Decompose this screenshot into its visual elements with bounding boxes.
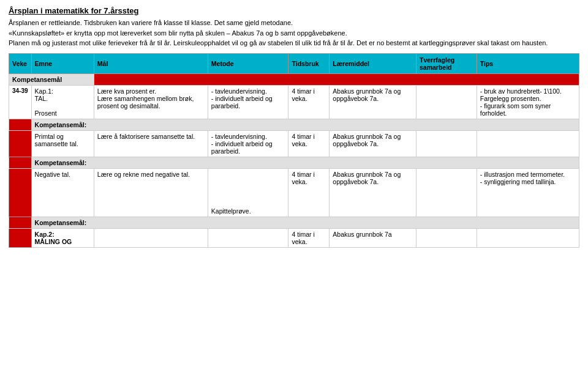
kompetanse-row-4: Kompetansemål: bbox=[9, 217, 579, 228]
page-container: Årsplan i matematikk for 7.årssteg Årspl… bbox=[0, 0, 588, 254]
table-row-1: 34-39 Kap.1: TAL. Prosent Lære kva prose… bbox=[9, 85, 579, 119]
kompetanse-row-3: Kompetansemål: bbox=[9, 157, 579, 168]
metode-cell-2: - tavleundervisning. - individuelt arbei… bbox=[208, 130, 288, 157]
main-table: Veke Emne Mål Metode Tidsbruk Læremiddel… bbox=[9, 53, 579, 248]
metode-cell-4 bbox=[208, 228, 288, 247]
laremiddel-cell-3: Abakus grunnbok 7a og oppgåvebok 7a. bbox=[330, 168, 417, 217]
tverrfagleg-cell-1 bbox=[416, 85, 477, 119]
tips-cell-2 bbox=[477, 130, 579, 157]
maal-cell-3: Lære og rekne med negative tal. bbox=[94, 168, 208, 217]
kapittelpove-label: Kapittelprøve. bbox=[211, 207, 251, 215]
red-bar-2 bbox=[9, 119, 32, 130]
header-tverrfagleg: Tverrfagleg samarbeid bbox=[416, 53, 477, 73]
header-veke: Veke bbox=[9, 53, 32, 73]
kompetanse-bar-1 bbox=[94, 73, 579, 85]
kompetanse-row-2: Kompetansemål: bbox=[9, 119, 579, 130]
table-row-3: Negative tal. Lære og rekne med negative… bbox=[9, 168, 579, 217]
emne-cell-4: Kap.2: MÅLING OG bbox=[31, 228, 94, 247]
table-header-row: Veke Emne Mål Metode Tidsbruk Læremiddel… bbox=[9, 53, 579, 73]
emne-cell-3: Negative tal. bbox=[31, 168, 94, 217]
header-metode: Metode bbox=[208, 53, 288, 73]
kompetanse-label-4: Kompetansemål: bbox=[31, 217, 579, 228]
table-row-4: Kap.2: MÅLING OG 4 timar i veka. Abakus … bbox=[9, 228, 579, 247]
tverrfagleg-cell-2 bbox=[416, 130, 477, 157]
tips-cell-4 bbox=[477, 228, 579, 247]
header-maal: Mål bbox=[94, 53, 208, 73]
header-tips: Tips bbox=[477, 53, 579, 73]
emne-cell-2: Primtal og samansette tal. bbox=[31, 130, 94, 157]
maal-cell-1: Lære kva prosent er. Lære samanhengen me… bbox=[94, 85, 208, 119]
laremiddel-cell-2: Abakus grunnbok 7a og oppgåvebok 7a. bbox=[330, 130, 417, 157]
table-row-2: Primtal og samansette tal. Lære å faktor… bbox=[9, 130, 579, 157]
tips-cell-3: - illustrasjon med termometer. - synligg… bbox=[477, 168, 579, 217]
intro-line-3: Planen må og justerast mot ulike ferieve… bbox=[9, 39, 548, 46]
kompetanse-label-2: Kompetansemål: bbox=[31, 119, 579, 130]
laremiddel-cell-1: Abakus grunnbok 7a og oppgåvebok 7a. bbox=[330, 85, 417, 119]
red-bar-row-3 bbox=[9, 168, 32, 217]
kompetanse-row-1: Kompetansemål bbox=[9, 73, 579, 85]
header-tidsbruk: Tidsbruk bbox=[288, 53, 330, 73]
tidsbruk-cell-2: 4 timar i veka. bbox=[288, 130, 330, 157]
intro-text: Årsplanen er rettleiande. Tidsbruken kan… bbox=[9, 18, 579, 48]
tverrfagleg-cell-3 bbox=[416, 168, 477, 217]
tverrfagleg-cell-4 bbox=[416, 228, 477, 247]
intro-line-2: «Kunnskapsløftet» er knytta opp mot lære… bbox=[9, 29, 347, 37]
page-title: Årsplan i matematikk for 7.årssteg bbox=[9, 6, 579, 15]
red-bar-row-2 bbox=[9, 130, 32, 157]
red-bar-row-4 bbox=[9, 228, 32, 247]
header-laremiddel: Læremiddel bbox=[330, 53, 417, 73]
tidsbruk-cell-3: 4 timar i veka. bbox=[288, 168, 330, 217]
header-emne: Emne bbox=[31, 53, 94, 73]
metode-cell-3: Kapittelprøve. bbox=[208, 168, 288, 217]
metode-cell-1: - tavleundervisning. - individuelt arbei… bbox=[208, 85, 288, 119]
kompetanse-label-3: Kompetansemål: bbox=[31, 157, 579, 168]
tips-cell-1: - bruk av hundrebrett- 1\100. Fargelegg … bbox=[477, 85, 579, 119]
red-bar-3 bbox=[9, 157, 32, 168]
kompetanse-label-1: Kompetansemål bbox=[9, 73, 94, 85]
week-cell-1: 34-39 bbox=[9, 85, 32, 119]
tidsbruk-cell-4: 4 timar i veka. bbox=[288, 228, 330, 247]
maal-cell-2: Lære å faktorisere samansette tal. bbox=[94, 130, 208, 157]
intro-line-1: Årsplanen er rettleiande. Tidsbruken kan… bbox=[9, 19, 293, 26]
tidsbruk-cell-1: 4 timar i veka. bbox=[288, 85, 330, 119]
emne-cell-1: Kap.1: TAL. Prosent bbox=[31, 85, 94, 119]
red-bar-4 bbox=[9, 217, 32, 228]
maal-cell-4 bbox=[94, 228, 208, 247]
laremiddel-cell-4: Abakus grunnbok 7a bbox=[330, 228, 417, 247]
